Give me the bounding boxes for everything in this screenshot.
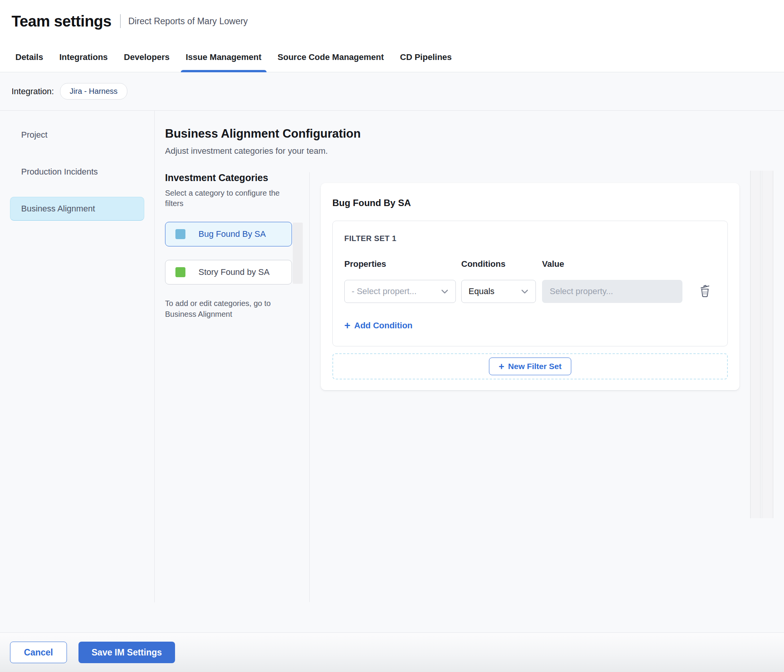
new-filter-set-button[interactable]: + New Filter Set (489, 358, 571, 375)
settings-columns: Project Production Incidents Business Al… (0, 111, 784, 602)
category-label: Bug Found By SA (199, 229, 266, 239)
sidebar-item-label: Business Alignment (21, 204, 95, 214)
filter-set-1: FILTER SET 1 Properties Conditions Value… (332, 221, 728, 346)
tab-issue-management[interactable]: Issue Management (186, 42, 262, 72)
integration-label: Integration: (12, 86, 54, 96)
condition-select-value: Equals (469, 286, 494, 296)
delete-condition-button[interactable] (698, 283, 712, 299)
config-card-title: Bug Found By SA (332, 198, 728, 208)
properties-column-label: Properties (344, 259, 461, 269)
plus-icon: + (344, 321, 350, 330)
section-heading: Business Alignment Configuration (165, 127, 784, 141)
filter-set-title: FILTER SET 1 (344, 234, 716, 243)
team-settings-page: Team settings Direct Reports of Mary Low… (0, 0, 784, 672)
tab-details[interactable]: Details (15, 42, 43, 72)
tab-label: CD Pipelines (400, 52, 452, 62)
tab-label: Source Code Management (278, 52, 384, 62)
category-list-scrollbar[interactable] (293, 223, 303, 284)
save-im-settings-button[interactable]: Save IM Settings (78, 642, 175, 663)
sidebar-item-label: Project (21, 130, 47, 140)
filter-panel-column: Bug Found By SA FILTER SET 1 Properties … (310, 172, 784, 602)
filter-condition-row: - Select propert... Equals (344, 280, 716, 303)
page-title: Team settings (12, 13, 112, 30)
section-subheading: Adjust investment categories for your te… (165, 146, 784, 156)
cancel-button[interactable]: Cancel (10, 642, 67, 663)
chevron-down-icon (441, 289, 449, 294)
add-condition-label: Add Condition (354, 321, 413, 331)
investment-categories-column: Investment Categories Select a category … (165, 172, 309, 602)
footer-action-bar: Cancel Save IM Settings (0, 632, 784, 672)
tab-source-code-management[interactable]: Source Code Management (278, 42, 384, 72)
chevron-down-icon (521, 289, 529, 294)
value-column-label: Value (542, 259, 564, 269)
sidebar-item-business-alignment[interactable]: Business Alignment (10, 197, 144, 221)
settings-sidenav: Project Production Incidents Business Al… (0, 111, 155, 602)
bottom-spacer (0, 602, 784, 632)
tab-cd-pipelines[interactable]: CD Pipelines (400, 42, 452, 72)
tab-label: Issue Management (186, 52, 262, 62)
property-select[interactable]: - Select propert... (344, 280, 456, 303)
value-input[interactable] (542, 280, 682, 303)
categories-note: To add or edit categories, go to Busines… (165, 298, 286, 319)
add-condition-button[interactable]: + Add Condition (344, 321, 412, 331)
tab-developers[interactable]: Developers (124, 42, 170, 72)
tab-integrations[interactable]: Integrations (59, 42, 108, 72)
integration-row: Integration: Jira - Harness (0, 72, 784, 111)
tab-label: Developers (124, 52, 170, 62)
scrollbar-track-outer[interactable] (762, 171, 773, 518)
integration-chip[interactable]: Jira - Harness (60, 83, 127, 100)
categories-title: Investment Categories (165, 172, 309, 183)
sidebar-item-production-incidents[interactable]: Production Incidents (10, 160, 144, 184)
configuration-columns: Investment Categories Select a category … (165, 172, 784, 602)
category-label: Story Found by SA (199, 267, 270, 277)
tab-bar: Details Integrations Developers Issue Ma… (0, 42, 784, 72)
conditions-column-label: Conditions (461, 259, 542, 269)
property-select-value: - Select propert... (352, 286, 417, 296)
filter-column-labels: Properties Conditions Value (344, 259, 716, 269)
tab-label: Integrations (59, 52, 108, 62)
content-area: Integration: Jira - Harness Project Prod… (0, 72, 784, 632)
category-story-found-by-sa[interactable]: Story Found by SA (165, 260, 292, 284)
category-color-swatch (175, 229, 185, 239)
categories-hint: Select a category to configure the filte… (165, 188, 282, 209)
business-alignment-section: Business Alignment Configuration Adjust … (155, 111, 784, 602)
tab-label: Details (15, 52, 43, 62)
plus-icon: + (499, 362, 504, 371)
condition-select[interactable]: Equals (461, 280, 536, 303)
page-subtitle: Direct Reports of Mary Lowery (128, 16, 248, 27)
new-filter-set-label: New Filter Set (508, 362, 562, 371)
page-header: Team settings Direct Reports of Mary Low… (0, 0, 784, 42)
sidebar-item-label: Production Incidents (21, 167, 98, 177)
sidebar-item-project[interactable]: Project (10, 123, 144, 147)
category-color-swatch (175, 267, 185, 277)
title-separator (120, 14, 121, 28)
new-filter-set-dropzone: + New Filter Set (332, 353, 728, 379)
scrollbar-track-inner[interactable] (750, 171, 761, 518)
category-config-card: Bug Found By SA FILTER SET 1 Properties … (321, 183, 739, 390)
trash-icon (698, 283, 712, 299)
category-list: Bug Found By SA Story Found by SA (165, 222, 304, 284)
category-bug-found-by-sa[interactable]: Bug Found By SA (165, 222, 292, 246)
